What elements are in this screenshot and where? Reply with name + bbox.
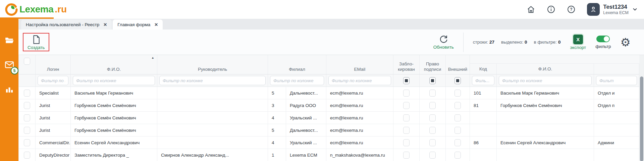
- help-icon[interactable]: ?: [567, 5, 576, 14]
- row-select-checkbox[interactable]: [24, 102, 30, 109]
- row-checkbox-blocked[interactable]: [403, 90, 410, 97]
- app-window: Lexema.ru ?: [0, 0, 644, 161]
- row-select-checkbox[interactable]: [24, 152, 30, 159]
- cell-branch_name: Lexema ECM: [286, 149, 326, 161]
- info-icon[interactable]: [547, 5, 555, 14]
- column-header-manager[interactable]: Руководитель: [157, 55, 268, 74]
- cell-fio: Горбунков Семён Семёнович: [71, 112, 157, 124]
- row-select-checkbox[interactable]: [24, 90, 30, 97]
- row-checkbox-sign-right[interactable]: [429, 114, 436, 121]
- row-checkbox-blocked[interactable]: [403, 139, 410, 146]
- filter-input-branch[interactable]: [270, 76, 324, 85]
- filter-input-dept[interactable]: [596, 76, 637, 85]
- toolbar: Создать Обновить строки:27 выделено:0 в …: [18, 30, 644, 55]
- row-checkbox-blocked[interactable]: [403, 114, 410, 121]
- table-row[interactable]: SpecialistВасильев Марк Германович5Дальн…: [19, 87, 644, 99]
- vertical-scrollbar[interactable]: [639, 55, 644, 161]
- filter-checkbox-external[interactable]: [454, 77, 461, 84]
- filter-checkbox-sign-right[interactable]: [429, 77, 436, 84]
- cell-row-checkbox-external: [446, 99, 470, 111]
- row-checkbox-external[interactable]: [454, 127, 461, 134]
- row-checkbox-external[interactable]: [454, 139, 461, 146]
- column-header-code[interactable]: Код: [470, 64, 497, 74]
- folder-icon[interactable]: [4, 35, 14, 45]
- tab-user-settings-registry[interactable]: Настройка пользователей - Реестр ✕: [21, 19, 112, 30]
- cell-code: [470, 112, 497, 124]
- user-org: Lexema ECM: [603, 10, 629, 15]
- filter-input-fio2[interactable]: [499, 76, 592, 85]
- cell-email: ecm@lexema.ru: [326, 124, 393, 136]
- filter-checkbox-blocked[interactable]: [403, 77, 410, 84]
- filter-input-fio[interactable]: [73, 76, 155, 85]
- row-checkbox-external[interactable]: [454, 90, 461, 97]
- row-checkbox-sign-right[interactable]: [429, 139, 436, 146]
- user-avatar-icon: [587, 3, 600, 16]
- cell-row-checkbox-sign-right: [420, 149, 446, 161]
- row-checkbox-external[interactable]: [454, 102, 461, 109]
- gear-icon[interactable]: ⚙: [621, 37, 631, 48]
- column-header-fio2[interactable]: Ф.И.О.: [497, 64, 594, 74]
- cell-row-checkbox-blocked: [393, 87, 420, 99]
- cell-row-checkbox-sign-right: [420, 112, 446, 124]
- close-icon[interactable]: ✕: [103, 22, 107, 27]
- filter-input-manager[interactable]: [159, 76, 266, 85]
- table-row[interactable]: JuristГорбунков Семён Семёнович4Уральски…: [19, 112, 644, 124]
- close-icon[interactable]: ✕: [154, 22, 158, 27]
- logo-tld: .ru: [55, 4, 67, 15]
- cell-row-checkbox-external: [446, 87, 470, 99]
- chevron-down-icon[interactable]: [632, 6, 638, 12]
- row-select-checkbox[interactable]: [24, 114, 30, 121]
- select-all-cell: [19, 55, 36, 74]
- export-button[interactable]: X экспорт: [570, 35, 586, 50]
- cell-row-checkbox-blocked: [393, 137, 420, 149]
- bar-chart-icon[interactable]: [4, 85, 14, 95]
- filter-input-code[interactable]: [472, 76, 494, 85]
- filter-input-email[interactable]: [328, 76, 391, 85]
- filter-input-login[interactable]: [38, 76, 68, 85]
- table-row[interactable]: JuristГорбунков Семён Семёнович5Дальнево…: [19, 124, 644, 137]
- logo[interactable]: Lexema.ru: [0, 3, 67, 16]
- row-select-checkbox[interactable]: [24, 127, 30, 134]
- user-menu[interactable]: Test1234 Lexema ECM: [587, 3, 638, 16]
- column-header-external[interactable]: Внешний: [446, 55, 470, 74]
- row-checkbox-blocked[interactable]: [403, 102, 410, 109]
- row-checkbox-sign-right[interactable]: [429, 102, 436, 109]
- toggle-on-icon[interactable]: [596, 36, 610, 42]
- row-select-checkbox[interactable]: [24, 139, 30, 146]
- column-header-email[interactable]: EMail: [326, 55, 393, 74]
- table-row[interactable]: CommercialDir...Есенин Сергей Александро…: [19, 137, 644, 149]
- export-label: экспорт: [570, 45, 586, 50]
- selected-count: выделено:0: [501, 40, 527, 45]
- create-button[interactable]: Создать: [23, 33, 49, 51]
- cell-code: [470, 149, 497, 161]
- scrollbar-thumb[interactable]: [640, 76, 643, 161]
- cell-login: Specialist: [36, 87, 71, 99]
- column-header-blocked[interactable]: Забло-кирован: [393, 55, 420, 74]
- cell-row-checkbox-blocked: [393, 124, 420, 136]
- home-icon[interactable]: [527, 5, 535, 14]
- cell-dept: Админи: [594, 137, 639, 149]
- row-checkbox-sign-right[interactable]: [429, 127, 436, 134]
- cell-branch_code: 5: [268, 87, 286, 99]
- cell-row-select-checkbox: [19, 99, 36, 111]
- row-checkbox-external[interactable]: [454, 114, 461, 121]
- row-checkbox-sign-right[interactable]: [429, 152, 436, 159]
- table-row[interactable]: DeputyDirectorЗаместитель Директора _Сми…: [19, 149, 644, 161]
- grid-counters: строки:27 выделено:0 в фильтре:0: [473, 40, 561, 45]
- row-checkbox-external[interactable]: [454, 152, 461, 159]
- tab-main-form[interactable]: Главная форма ✕: [113, 19, 163, 30]
- column-header-login[interactable]: Логин: [36, 55, 71, 74]
- table-row[interactable]: JuristГорбунков Семён Семёнович3Радуга О…: [19, 99, 644, 112]
- filter-toggle[interactable]: фильтр: [595, 36, 611, 49]
- column-header-dept[interactable]: [594, 64, 639, 74]
- column-header-branch[interactable]: Филиал: [268, 55, 326, 74]
- row-checkbox-sign-right[interactable]: [429, 90, 436, 97]
- column-header-fio[interactable]: ▲Ф.И.О.: [71, 55, 157, 74]
- refresh-button[interactable]: Обновить: [433, 35, 454, 50]
- row-checkbox-blocked[interactable]: [403, 127, 410, 134]
- cell-row-checkbox-sign-right: [420, 87, 446, 99]
- select-all-checkbox[interactable]: [24, 58, 30, 65]
- new-document-icon: [31, 35, 41, 45]
- row-checkbox-blocked[interactable]: [403, 152, 410, 159]
- column-header-sign-right[interactable]: Право подписи: [420, 55, 446, 74]
